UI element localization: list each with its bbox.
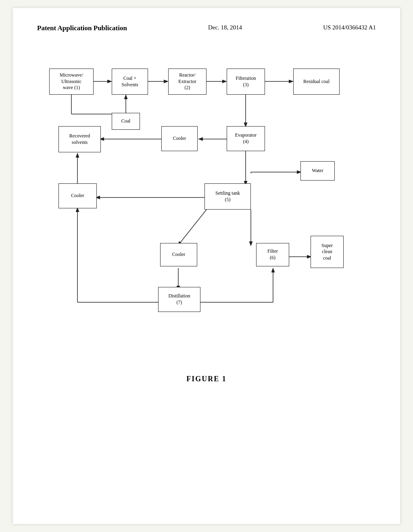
box-residual-coal: Residual coal <box>293 69 340 95</box>
box-cooler-mid: Cooler <box>161 126 198 151</box>
box-cooler-bottom-mid: Cooler <box>160 243 197 266</box>
figure-1-container: Microwave/Ultrasonicwave (1) Coal +Solve… <box>37 52 376 367</box>
box-reactor: Reactor/Extractor(2) <box>168 69 206 95</box>
box-settling-tank: Settling tank(5) <box>204 183 251 210</box>
box-super-clean-coal: Supercleancoal <box>311 236 344 268</box>
publication-title: Patent Application Publication <box>37 24 127 32</box>
page: Patent Application Publication Dec. 18, … <box>13 8 400 524</box>
box-coal: Coal <box>112 113 140 130</box>
box-water: Water <box>300 161 335 181</box>
figure-label: FIGURE 1 <box>37 375 376 383</box>
page-header: Patent Application Publication Dec. 18, … <box>37 24 376 36</box>
publication-number: US 2014/0366432 A1 <box>323 24 376 31</box>
arrows-svg <box>37 52 376 367</box>
box-filter: Filter(6) <box>256 243 289 266</box>
publication-date: Dec. 18, 2014 <box>208 24 242 31</box>
box-evaporator: Evaporator(4) <box>227 126 265 151</box>
svg-line-18 <box>178 210 206 245</box>
box-microwave: Microwave/Ultrasonicwave (1) <box>49 69 94 95</box>
box-filteration: Filteration(3) <box>227 69 265 95</box>
box-recovered-solvents: Recoveredsolvents <box>58 126 101 152</box>
box-coal-solvents: Coal +Solvents <box>112 69 148 95</box>
box-cooler-left: Cooler <box>58 183 97 208</box>
box-distillation: Distillation(7) <box>158 287 200 312</box>
